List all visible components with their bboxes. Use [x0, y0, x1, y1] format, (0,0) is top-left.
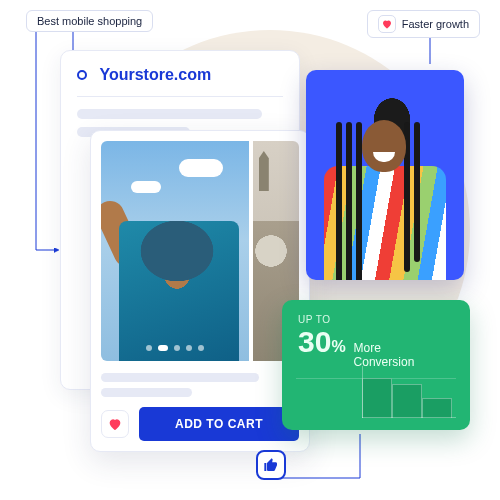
gallery-dots[interactable] [101, 345, 249, 351]
divider [77, 96, 283, 97]
thumb-up-badge [256, 450, 286, 480]
conversion-stat-card: UP TO 30% More Conversion [282, 300, 470, 430]
stage: Best mobile shopping Faster growth Yours… [0, 0, 500, 500]
tag-best-mobile: Best mobile shopping [26, 10, 153, 32]
conversion-percent: 30% [298, 325, 346, 359]
conversion-bar-chart [362, 368, 456, 418]
conversion-upto-label: UP TO [298, 314, 454, 325]
store-domain: Yourstore.com [99, 66, 211, 84]
placeholder-line [101, 388, 192, 397]
gallery-image-main [101, 141, 249, 361]
product-gallery[interactable] [101, 141, 299, 361]
influencer-portrait [306, 70, 464, 280]
wishlist-button[interactable] [101, 410, 129, 438]
bar [422, 398, 452, 418]
placeholder-line [101, 373, 259, 382]
product-card: ADD TO CART [90, 130, 310, 452]
tag-faster-growth-label: Faster growth [402, 18, 469, 30]
bar [392, 384, 422, 418]
heart-icon [378, 15, 396, 33]
bar [362, 378, 392, 418]
chart-axes [362, 366, 456, 418]
store-indicator-dot [77, 70, 87, 80]
tag-best-mobile-label: Best mobile shopping [37, 15, 142, 27]
add-to-cart-button[interactable]: ADD TO CART [139, 407, 299, 441]
placeholder-line [77, 109, 262, 119]
tag-faster-growth: Faster growth [367, 10, 480, 38]
